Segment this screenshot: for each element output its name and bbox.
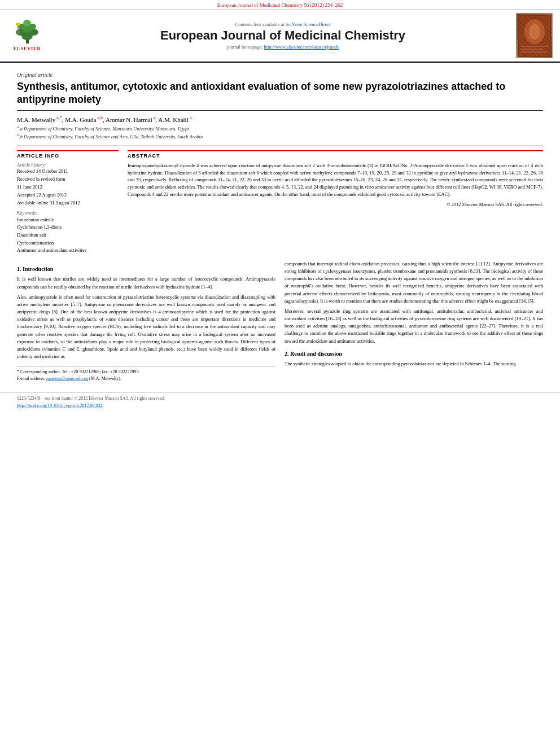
- keyword-5: Antitumor and antioxidant activities: [17, 247, 119, 255]
- affiliation-a: a a Department of Chemistry, Faculty of …: [17, 125, 543, 133]
- journal-cover-image: [516, 13, 553, 58]
- footnote-corresponding: * Corresponding author. Tel.: +20 502212…: [17, 369, 275, 375]
- abstract-text: Iminopropanehydrazonoyl cyanide 4 was ac…: [128, 162, 543, 198]
- footnote-email: E-mail address: mamegs@mans.edu.eg (M.A.…: [17, 375, 275, 382]
- keyword-3: Diazonium salt: [17, 231, 119, 239]
- keyword-1: Iminobutan enitrile: [17, 216, 119, 224]
- footnote-divider: * Corresponding author. Tel.: +20 502212…: [17, 366, 275, 382]
- authors-line: M.A. Metwally a,*, M.A. Gouda a,b, Ammar…: [17, 115, 543, 123]
- doi-link[interactable]: http://dx.doi.org/10.1016/j.ejmech.2012.…: [17, 403, 103, 408]
- article-title: Synthesis, antitumor, cytotoxic and anti…: [17, 80, 543, 111]
- intro-title: Introduction: [23, 266, 53, 272]
- result-section-title: 2. Result and discussion: [285, 350, 543, 359]
- accepted-date: Accepted 22 August 2012: [17, 192, 119, 198]
- keyword-2: Cyclohexane-1,3-dione: [17, 224, 119, 231]
- svg-point-12: [524, 19, 545, 44]
- footnote-email-link[interactable]: mamegs@mans.edu.eg: [46, 376, 88, 381]
- svg-rect-15: [520, 49, 543, 50]
- intro-number: 1.: [17, 266, 21, 272]
- abstract-body: Iminopropanehydrazonoyl cyanide 4 was ac…: [128, 163, 543, 197]
- svg-point-7: [23, 20, 31, 27]
- history-label: Article history:: [17, 162, 119, 168]
- main-content: Original article Synthesis, antitumor, c…: [0, 63, 560, 387]
- article-info-column: ARTICLE INFO Article history: Received 1…: [17, 150, 119, 255]
- revised-date: 11 June 2012: [17, 184, 119, 190]
- author-metwally-sup: a,*: [55, 115, 62, 120]
- copyright-line: © 2012 Elsevier Masson SAS. All rights r…: [128, 202, 543, 207]
- page: European Journal of Medicinal Chemistry …: [0, 0, 560, 747]
- intro-para-2: Also, aminopyrazole is often used for co…: [17, 294, 275, 361]
- bottom-bar: 0223-5234/$ – see front matter © 2012 El…: [0, 392, 560, 410]
- intro-para-1: It is well known that nitriles are widel…: [17, 276, 275, 290]
- article-info-header: ARTICLE INFO: [17, 150, 119, 159]
- article-type: Original article: [17, 72, 543, 78]
- affiliation-b: b b Department of Chemistry, Faculty of …: [17, 133, 543, 141]
- svg-rect-16: [520, 51, 546, 53]
- affiliations: a a Department of Chemistry, Faculty of …: [17, 125, 543, 140]
- body-content: 1. Introduction It is well known that ni…: [17, 260, 543, 382]
- sciverse-link[interactable]: SciVerse ScienceDirect: [286, 21, 331, 27]
- result-number: 2.: [285, 351, 289, 357]
- journal-header: ELSEVIER Contents lists available at Sci…: [0, 10, 560, 63]
- sciverse-prefix: Contents lists available at: [235, 21, 285, 27]
- result-para-1: The synthetic strategies adopted to obta…: [285, 360, 543, 368]
- elsevier-tree-icon: [12, 20, 43, 45]
- result-title: Result and discussion: [290, 351, 342, 357]
- abstract-column: ABSTRACT Iminopropanehydrazonoyl cyanide…: [128, 150, 543, 255]
- journal-thumbnail: [516, 13, 555, 58]
- abstract-header: ABSTRACT: [128, 150, 543, 159]
- sciverse-line: Contents lists available at SciVerse Sci…: [54, 21, 511, 27]
- body-left-col: 1. Introduction It is well known that ni…: [17, 260, 275, 382]
- article-history-block: Article history: Received 14 October 201…: [17, 162, 119, 206]
- homepage-url[interactable]: http://www.elsevier.com/locate/ejmech: [264, 44, 339, 50]
- intro-section-title: 1. Introduction: [17, 265, 275, 274]
- right-para-2: Moreover, several pyrazole ring systems …: [285, 308, 543, 345]
- article-info-abstract-section: ARTICLE INFO Article history: Received 1…: [17, 145, 543, 255]
- svg-point-13: [529, 24, 540, 40]
- homepage-label: journal homepage:: [227, 44, 263, 50]
- elsevier-brand: ELSEVIER: [14, 46, 41, 51]
- citation-text: European Journal of Medicinal Chemistry …: [217, 2, 343, 8]
- body-right-col: compounds that interrupt radical-chain o…: [285, 260, 543, 382]
- journal-homepage: journal homepage: http://www.elsevier.co…: [54, 44, 511, 50]
- author-metwally: M.A. Metwally: [17, 116, 55, 123]
- top-citation-bar: European Journal of Medicinal Chemistry …: [0, 0, 560, 10]
- right-para-1: compounds that interrupt radical-chain o…: [285, 260, 543, 305]
- elsevier-logo-area: ELSEVIER: [5, 20, 50, 51]
- keywords-block: Keywords: Iminobutan enitrile Cyclohexan…: [17, 210, 119, 255]
- journal-header-center: Contents lists available at SciVerse Sci…: [54, 21, 511, 50]
- issn-text: 0223-5234/$ – see front matter © 2012 El…: [17, 395, 543, 402]
- svg-rect-11: [519, 16, 550, 56]
- keyword-4: Cyclocondensation: [17, 239, 119, 247]
- svg-rect-14: [520, 46, 549, 47]
- svg-point-9: [16, 23, 20, 26]
- journal-title: European Journal of Medicinal Chemistry: [54, 28, 511, 43]
- keywords-label: Keywords:: [17, 210, 119, 216]
- received-date: Received 14 October 2011: [17, 168, 119, 174]
- revised-label: Received in revised form: [17, 176, 119, 182]
- available-date: Available online 31 August 2012: [17, 200, 119, 206]
- svg-rect-10: [518, 15, 552, 57]
